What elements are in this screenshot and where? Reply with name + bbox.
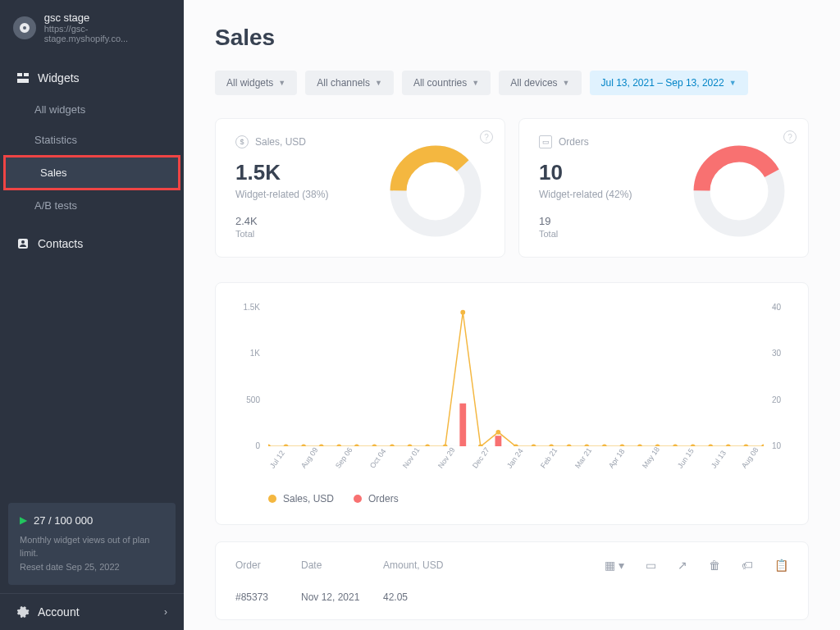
trash-icon[interactable]: 🗑 <box>709 559 720 572</box>
usage-card: ▶ 27 / 100 000 Monthly widget views out … <box>8 503 176 586</box>
svg-rect-1 <box>24 73 29 76</box>
svg-point-29 <box>567 444 572 446</box>
filter-devices[interactable]: All devices▼ <box>499 71 581 95</box>
store-logo-icon <box>13 16 36 39</box>
svg-point-39 <box>743 444 748 446</box>
chart-card: 1.5K1K5000 40302010 Jul 12Aug 09Sep 06Oc… <box>215 282 809 525</box>
svg-rect-0 <box>17 73 22 76</box>
columns-icon[interactable]: ▦ ▾ <box>605 559 624 572</box>
nav-header-contacts[interactable]: Contacts <box>0 227 184 260</box>
svg-point-32 <box>619 444 624 446</box>
svg-point-21 <box>425 444 430 446</box>
chart-legend: Sales, USD Orders <box>235 493 788 504</box>
play-icon: ▶ <box>20 514 27 526</box>
svg-point-15 <box>319 444 324 446</box>
link-icon[interactable]: ↗ <box>678 559 687 572</box>
tag-icon[interactable]: 🏷 <box>742 559 753 572</box>
svg-rect-2 <box>17 79 29 83</box>
th-amount[interactable]: Amount, USD <box>383 559 605 571</box>
store-url: https://gsc-stage.myshopify.co... <box>44 24 171 43</box>
widgets-icon <box>16 71 30 84</box>
contacts-icon <box>16 237 30 250</box>
svg-point-35 <box>673 444 678 446</box>
svg-point-36 <box>691 444 696 446</box>
store-name: gsc stage <box>44 11 171 24</box>
filter-countries[interactable]: All countries▼ <box>402 71 491 95</box>
svg-point-19 <box>390 444 395 446</box>
svg-point-20 <box>408 444 413 446</box>
nav-header-widgets[interactable]: Widgets <box>0 62 184 94</box>
legend-orders[interactable]: Orders <box>354 493 399 504</box>
help-icon[interactable]: ? <box>783 130 797 144</box>
th-order[interactable]: Order <box>235 559 301 571</box>
svg-rect-10 <box>459 404 466 447</box>
svg-point-37 <box>708 444 713 446</box>
legend-sales[interactable]: Sales, USD <box>268 493 334 504</box>
orders-donut-chart <box>690 142 788 240</box>
svg-point-23 <box>460 310 465 315</box>
help-icon[interactable]: ? <box>480 130 493 144</box>
sales-value: 1.5K <box>235 160 328 185</box>
chevron-down-icon: ▼ <box>563 79 570 87</box>
th-date[interactable]: Date <box>301 559 383 571</box>
svg-point-40 <box>761 444 764 446</box>
filter-channels[interactable]: All channels▼ <box>305 71 394 95</box>
svg-point-27 <box>532 444 536 446</box>
sidebar-item-ab-tests[interactable]: A/B tests <box>0 190 184 221</box>
orders-card: ? ▭Orders 10 Widget-related (42%) 19 Tot… <box>518 118 809 258</box>
sales-donut-chart <box>386 142 485 240</box>
sales-sub: Widget-related (38%) <box>235 189 328 200</box>
svg-point-31 <box>602 444 607 446</box>
svg-rect-11 <box>495 436 502 446</box>
svg-point-33 <box>637 444 642 446</box>
page-title: Sales <box>215 25 809 51</box>
svg-point-13 <box>284 444 289 446</box>
table-row[interactable]: #85373 Nov 12, 2021 42.05 <box>235 585 788 603</box>
gear-icon <box>16 605 30 619</box>
filter-widgets[interactable]: All widgets▼ <box>215 71 297 95</box>
chevron-down-icon: ▼ <box>375 79 382 87</box>
svg-point-38 <box>726 444 731 446</box>
y-axis-right: 40302010 <box>772 303 788 450</box>
timeseries-chart <box>268 303 764 446</box>
sidebar: gsc stage https://gsc-stage.myshopify.co… <box>0 0 184 630</box>
main-content: Sales All widgets▼ All channels▼ All cou… <box>184 0 840 630</box>
svg-point-16 <box>336 444 341 446</box>
dollar-icon: $ <box>235 135 249 148</box>
filter-bar: All widgets▼ All channels▼ All countries… <box>215 71 809 95</box>
x-axis: Jul 12Aug 09Sep 06Oct 04Nov 01Nov 29Dec … <box>268 459 764 491</box>
bag-icon: ▭ <box>539 135 552 148</box>
filter-date-range[interactable]: Jul 13, 2021 – Sep 13, 2022▼ <box>590 71 748 95</box>
highlight-annotation: Sales <box>3 155 180 190</box>
chevron-right-icon: › <box>164 606 167 618</box>
svg-point-14 <box>301 444 306 446</box>
svg-point-18 <box>372 444 377 446</box>
calendar-icon[interactable]: ▭ <box>646 559 656 572</box>
store-info[interactable]: gsc stage https://gsc-stage.myshopify.co… <box>0 0 184 55</box>
usage-count: 27 / 100 000 <box>34 514 93 527</box>
sales-card: ? $Sales, USD 1.5K Widget-related (38%) … <box>215 118 505 258</box>
sidebar-item-sales[interactable]: Sales <box>6 158 178 188</box>
svg-point-22 <box>443 444 448 446</box>
orders-sub: Widget-related (42%) <box>539 189 632 200</box>
clipboard-icon[interactable]: 📋 <box>774 559 788 572</box>
orders-table: Order Date Amount, USD ▦ ▾ ▭ ↗ 🗑 🏷 📋 #85… <box>215 541 809 620</box>
account-row[interactable]: Account › <box>0 593 184 630</box>
y-axis-left: 1.5K1K5000 <box>235 303 260 450</box>
chevron-down-icon: ▼ <box>729 79 737 87</box>
svg-point-25 <box>495 430 500 435</box>
chevron-down-icon: ▼ <box>472 79 479 87</box>
svg-point-4 <box>21 240 25 244</box>
orders-value: 10 <box>539 160 632 185</box>
svg-point-12 <box>268 444 271 446</box>
chevron-down-icon: ▼ <box>278 79 285 87</box>
usage-text: Monthly widget views out of plan limit. … <box>20 533 164 574</box>
sidebar-item-statistics[interactable]: Statistics <box>0 125 184 155</box>
svg-point-17 <box>354 444 359 446</box>
sidebar-item-all-widgets[interactable]: All widgets <box>0 94 184 125</box>
